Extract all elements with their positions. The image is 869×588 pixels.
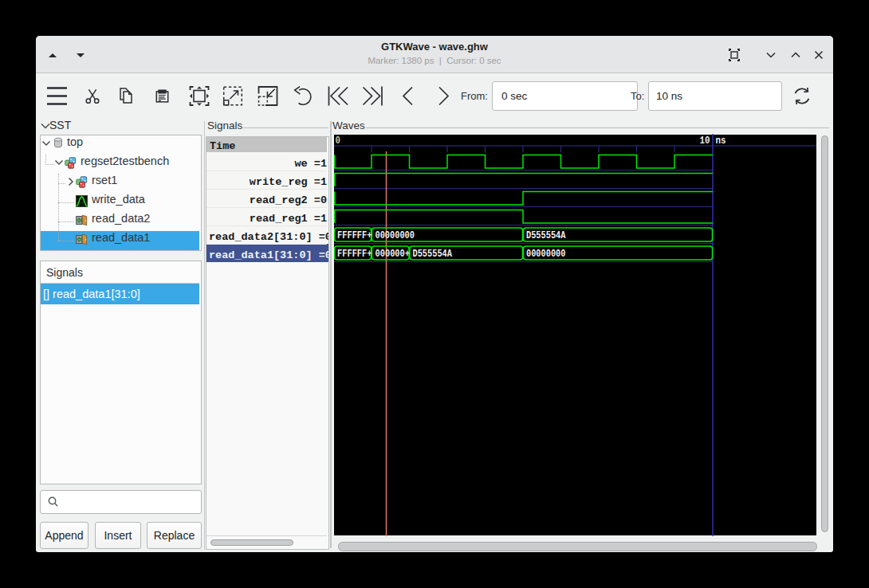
- svg-text:FFFFFF+: FFFFFF+: [337, 248, 372, 260]
- svg-text:FFFFFF+: FFFFFF+: [337, 229, 372, 241]
- svg-text:ns: ns: [716, 135, 726, 147]
- svg-text:00000000: 00000000: [526, 248, 566, 260]
- svg-text:D555554A: D555554A: [526, 229, 566, 241]
- svg-text:D555554A: D555554A: [413, 248, 453, 260]
- svg-text:10: 10: [700, 135, 710, 147]
- svg-text:0: 0: [336, 135, 341, 147]
- svg-text:00000000: 00000000: [376, 229, 415, 241]
- svg-text:000000+: 000000+: [376, 248, 411, 260]
